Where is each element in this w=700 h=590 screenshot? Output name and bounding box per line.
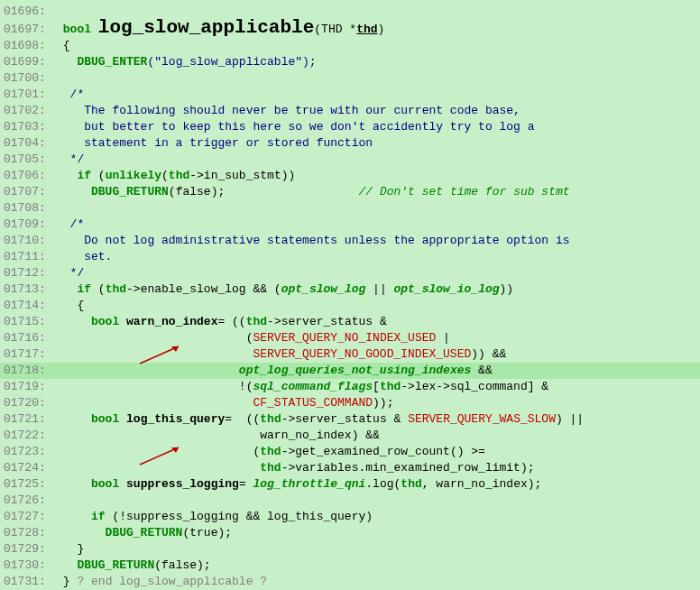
- function-name: log_slow_applicable: [98, 17, 314, 38]
- code-line: 01707: DBUG_RETURN(false); // Don't set …: [0, 184, 700, 200]
- code-line: 01722: warn_no_index) &&: [0, 428, 700, 444]
- line-number: 01718:: [0, 363, 56, 379]
- code-line: 01724: thd->variables.min_examined_row_l…: [0, 460, 700, 476]
- code-line: 01713: if (thd->enable_slow_log && (opt_…: [0, 281, 700, 298]
- line-number: 01712:: [0, 265, 56, 281]
- line-number: 01713:: [0, 281, 56, 298]
- line-number: 01725:: [0, 476, 56, 493]
- code-viewer: 01696: 01697: bool log_slow_applicable(T…: [0, 0, 700, 590]
- line-number: 01698:: [0, 38, 56, 54]
- code-line: 01720: CF_STATUS_COMMAND));: [0, 395, 700, 411]
- line-number: 01729:: [0, 541, 56, 558]
- code-line: 01703: but better to keep this here so w…: [0, 119, 700, 135]
- code-line: 01716: (SERVER_QUERY_NO_INDEX_USED |: [0, 330, 700, 346]
- code-line: 01719: !(sql_command_flags[thd->lex->sql…: [0, 379, 700, 395]
- line-number: 01696:: [0, 4, 56, 20]
- param-link[interactable]: thd: [356, 23, 377, 36]
- code-line: 01698: {: [0, 38, 700, 54]
- line-number: 01727:: [0, 509, 56, 525]
- line-number: 01719:: [0, 379, 56, 395]
- code-line: 01717: SERVER_QUERY_NO_GOOD_INDEX_USED))…: [0, 346, 700, 363]
- line-number: 01721:: [0, 411, 56, 428]
- line-number: 01726:: [0, 493, 56, 509]
- code-line: 01704: statement in a trigger or stored …: [0, 135, 700, 152]
- code-line: 01699: DBUG_ENTER("log_slow_applicable")…: [0, 54, 700, 70]
- code-line: 01706: if (unlikely(thd->in_sub_stmt)): [0, 168, 700, 184]
- code-line: 01711: set.: [0, 249, 700, 265]
- line-number: 01722:: [0, 428, 56, 444]
- code-line: 01725: bool suppress_logging= log_thrott…: [0, 476, 700, 493]
- code-line: 01712: */: [0, 265, 700, 281]
- line-number: 01731:: [0, 574, 56, 590]
- line-number: 01704:: [0, 135, 56, 152]
- line-number: 01716:: [0, 330, 56, 346]
- line-number: 01714:: [0, 298, 56, 314]
- code-line: 01718: opt_log_queries_not_using_indexes…: [0, 363, 700, 379]
- code-line: 01714: {: [0, 298, 700, 314]
- line-number: 01724:: [0, 460, 56, 476]
- code-line: 01728: DBUG_RETURN(true);: [0, 525, 700, 541]
- code-line: 01729: }: [0, 541, 700, 558]
- line-number: 01705:: [0, 152, 56, 168]
- line-number: 01709:: [0, 217, 56, 233]
- code-line: 01705: */: [0, 152, 700, 168]
- line-number: 01708:: [0, 200, 56, 217]
- code-line: 01702: The following should never be tru…: [0, 103, 700, 119]
- code-line: 01730: DBUG_RETURN(false);: [0, 558, 700, 574]
- code-line: 01721: bool log_this_query= ((thd->serve…: [0, 411, 700, 428]
- code-line: 01727: if (!suppress_logging && log_this…: [0, 509, 700, 525]
- line-number: 01700:: [0, 70, 56, 87]
- code-line: 01723: (thd->get_examined_row_count() >=: [0, 444, 700, 460]
- line-number: 01720:: [0, 395, 56, 411]
- code-line: 01700:: [0, 70, 700, 87]
- code-line: 01708:: [0, 200, 700, 217]
- line-number: 01715:: [0, 314, 56, 330]
- line-number: 01702:: [0, 103, 56, 119]
- line-number: 01701:: [0, 87, 56, 103]
- code-line: 01709: /*: [0, 217, 700, 233]
- line-number: 01730:: [0, 558, 56, 574]
- code-line: 01701: /*: [0, 87, 700, 103]
- line-number: 01703:: [0, 119, 56, 135]
- line-number: 01728:: [0, 525, 56, 541]
- code-line: 01697: bool log_slow_applicable(THD *thd…: [0, 20, 700, 38]
- line-number: 01707:: [0, 184, 56, 200]
- code-line: 01710: Do not log administrative stateme…: [0, 233, 700, 249]
- line-number: 01723:: [0, 444, 56, 460]
- line-number: 01706:: [0, 168, 56, 184]
- line-number: 01697:: [0, 22, 56, 38]
- code-line: 01715: bool warn_no_index= ((thd->server…: [0, 314, 700, 330]
- line-number: 01710:: [0, 233, 56, 249]
- line-number: 01717:: [0, 346, 56, 363]
- line-number: 01699:: [0, 54, 56, 70]
- line-number: 01711:: [0, 249, 56, 265]
- code-line: 01726:: [0, 493, 700, 509]
- code-line: 01731: } ? end log_slow_applicable ?: [0, 574, 700, 590]
